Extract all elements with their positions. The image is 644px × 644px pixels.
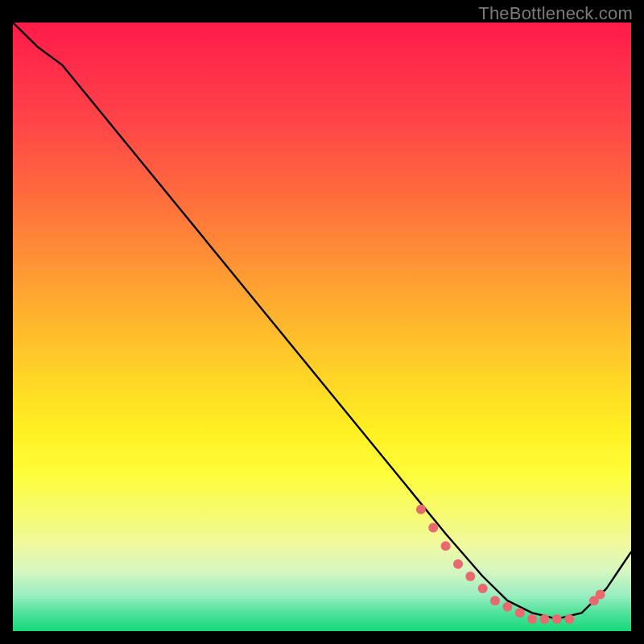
curve-marker xyxy=(465,572,475,581)
curve-marker xyxy=(527,614,537,624)
curve-marker xyxy=(515,608,525,617)
curve-marker xyxy=(478,584,488,593)
curve-marker xyxy=(552,614,562,624)
bottleneck-curve xyxy=(13,23,631,619)
curve-marker xyxy=(428,523,438,533)
curve-marker xyxy=(453,559,463,569)
watermark-text: TheBottleneck.com xyxy=(478,3,633,24)
chart-frame: TheBottleneck.com xyxy=(0,0,644,644)
curve-marker xyxy=(490,596,500,605)
curve-marker xyxy=(596,590,605,600)
curve-svg xyxy=(13,23,631,631)
curve-marker xyxy=(502,602,512,612)
curve-markers xyxy=(416,505,605,624)
curve-marker xyxy=(564,614,574,624)
curve-marker xyxy=(540,614,550,624)
curve-marker xyxy=(416,505,426,514)
curve-marker xyxy=(441,541,451,551)
plot-area xyxy=(13,23,631,631)
